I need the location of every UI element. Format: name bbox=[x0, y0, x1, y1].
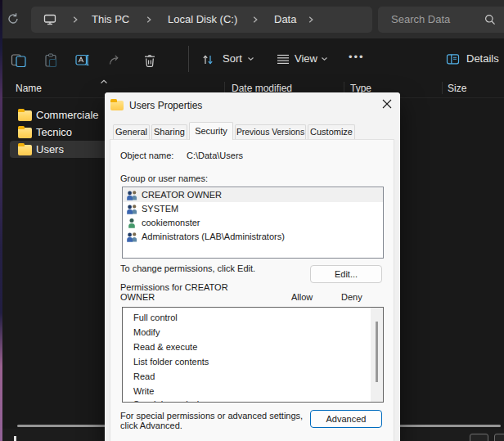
view-label: View bbox=[295, 38, 317, 79]
advanced-hint-line2: click Advanced. bbox=[120, 421, 182, 430]
permission-row-read[interactable]: Read bbox=[133, 369, 155, 384]
share-icon[interactable] bbox=[108, 53, 123, 66]
object-name-label: Object name: bbox=[120, 151, 173, 160]
close-icon bbox=[382, 99, 392, 109]
close-button[interactable] bbox=[376, 92, 398, 115]
sort-label: Sort bbox=[223, 38, 242, 79]
group-or-user-names-label: Group or user names: bbox=[120, 173, 208, 183]
thumbnail-view-toggle-button[interactable] bbox=[494, 434, 504, 441]
group-row-system[interactable]: SYSTEM bbox=[123, 202, 383, 216]
allow-column-label: Allow bbox=[291, 292, 313, 302]
chevron-right-icon bbox=[308, 16, 314, 24]
status-item-count-clipped bbox=[14, 436, 16, 441]
page: This PC Local Disk (C:) Data Search Data… bbox=[0, 0, 504, 441]
chevron-right-icon bbox=[252, 16, 259, 24]
sort-icon bbox=[201, 53, 214, 66]
users-group-icon bbox=[126, 190, 138, 200]
edit-button[interactable]: Edit... bbox=[310, 265, 382, 283]
breadcrumb-data[interactable]: Data bbox=[274, 7, 296, 33]
tab-security[interactable]: Security bbox=[189, 122, 233, 140]
change-permissions-hint: To change permissions, click Edit. bbox=[120, 263, 255, 273]
toolbar-separator bbox=[188, 46, 189, 72]
users-group-icon bbox=[126, 204, 138, 214]
object-name-value: C:\Data\Users bbox=[187, 151, 243, 160]
delete-icon[interactable] bbox=[143, 53, 156, 68]
users-properties-dialog: Users Properties General Sharing Securit… bbox=[105, 92, 400, 441]
permission-row-full-control[interactable]: Full control bbox=[133, 310, 178, 325]
search-icon bbox=[484, 14, 496, 25]
permissions-scrollbar-thumb[interactable] bbox=[376, 322, 378, 382]
column-header-name[interactable]: Name bbox=[16, 81, 42, 96]
dialog-title-bar: Users Properties bbox=[105, 92, 400, 119]
permissions-scrollbar[interactable] bbox=[371, 308, 383, 402]
breadcrumb-local-disk[interactable]: Local Disk (C:) bbox=[168, 7, 237, 33]
more-options-button[interactable]: ••• bbox=[349, 38, 365, 79]
group-name: SYSTEM bbox=[142, 202, 178, 216]
column-separator[interactable] bbox=[442, 82, 443, 94]
folder-icon bbox=[18, 145, 32, 155]
rename-icon[interactable] bbox=[75, 53, 92, 67]
breadcrumb-this-pc[interactable]: This PC bbox=[92, 7, 129, 33]
group-row-administrators[interactable]: Administrators (LAB\Administrators) bbox=[123, 230, 383, 244]
file-name: Users bbox=[36, 141, 64, 158]
tab-sharing[interactable]: Sharing bbox=[151, 124, 187, 139]
column-header-size[interactable]: Size bbox=[448, 81, 466, 96]
file-name: Tecnico bbox=[36, 124, 72, 141]
chevron-right-icon bbox=[146, 16, 152, 24]
view-icon bbox=[277, 53, 290, 65]
permission-row-modify[interactable]: Modify bbox=[133, 325, 160, 340]
search-box[interactable]: Search Data bbox=[378, 7, 504, 33]
chevron-right-icon bbox=[72, 16, 79, 24]
permissions-listbox[interactable]: Full control Modify Read & execute List … bbox=[122, 307, 384, 403]
folder-icon bbox=[18, 110, 32, 121]
advanced-hint-line1: For special permissions or advanced sett… bbox=[120, 411, 303, 421]
chevron-down-icon bbox=[247, 56, 254, 61]
folder-icon bbox=[18, 128, 32, 138]
explorer-address-bar: This PC Local Disk (C:) Data Search Data bbox=[2, 0, 504, 38]
permissions-for-label-line1: Permissions for CREATOR bbox=[120, 282, 228, 292]
copy-icon[interactable] bbox=[11, 53, 28, 68]
group-name: CREATOR OWNER bbox=[142, 188, 222, 202]
tab-customize[interactable]: Customize bbox=[308, 124, 355, 139]
explorer-toolbar: Sort View ••• Details bbox=[2, 38, 504, 79]
tab-previous-versions[interactable]: Previous Versions bbox=[235, 124, 306, 139]
group-row-creator-owner[interactable]: CREATOR OWNER bbox=[123, 188, 383, 202]
tab-general[interactable]: General bbox=[113, 124, 150, 139]
sort-ascending-icon bbox=[100, 79, 108, 84]
paste-icon[interactable] bbox=[43, 53, 58, 68]
permission-row-read-execute[interactable]: Read & execute bbox=[133, 340, 197, 354]
permission-row-list-folder-contents[interactable]: List folder contents bbox=[133, 354, 209, 369]
user-icon bbox=[126, 218, 138, 228]
details-view-toggle-button[interactable] bbox=[470, 434, 488, 441]
refresh-button[interactable] bbox=[7, 12, 25, 27]
advanced-button[interactable]: Advanced bbox=[310, 410, 382, 428]
dialog-title: Users Properties bbox=[129, 92, 202, 119]
this-pc-icon bbox=[43, 14, 56, 25]
group-name: cookiemonster bbox=[142, 216, 200, 230]
permission-row-special-permissions[interactable]: Special permissions bbox=[133, 397, 214, 403]
group-user-listbox[interactable]: CREATOR OWNER SYSTEM cookiemonster Admin… bbox=[122, 187, 384, 259]
users-group-icon bbox=[126, 232, 138, 242]
group-name: Administrators (LAB\Administrators) bbox=[142, 230, 285, 244]
chevron-down-icon bbox=[321, 56, 328, 61]
details-label: Details bbox=[466, 38, 499, 79]
permissions-for-label-line2: OWNER bbox=[120, 292, 155, 302]
details-icon bbox=[446, 53, 460, 65]
breadcrumb: This PC Local Disk (C:) Data bbox=[31, 7, 372, 33]
refresh-icon bbox=[7, 12, 20, 25]
search-placeholder: Search Data bbox=[391, 7, 450, 33]
deny-column-label: Deny bbox=[341, 292, 362, 302]
file-name: Commerciale bbox=[36, 106, 99, 124]
group-row-cookiemonster[interactable]: cookiemonster bbox=[123, 216, 383, 230]
